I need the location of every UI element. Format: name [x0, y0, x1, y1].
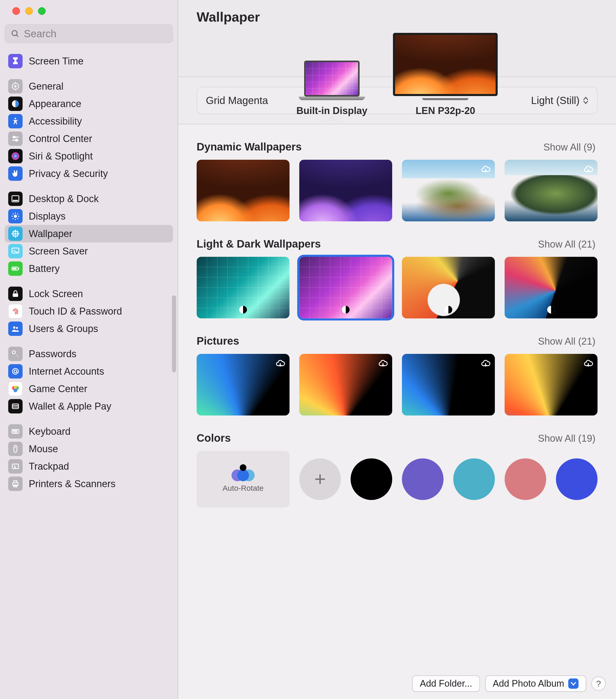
wallpaper-thumb[interactable]: [197, 160, 290, 221]
sidebar-scrollbar[interactable]: [172, 295, 176, 372]
external-display[interactable]: LEN P32p-20: [393, 33, 498, 116]
sidebar-item-label: Trackpad: [29, 461, 69, 472]
wallpaper-thumb[interactable]: [402, 160, 495, 221]
svg-line-1: [16, 35, 18, 37]
sidebar-item-label: Passwords: [29, 348, 77, 359]
auto-rotate-tile[interactable]: Auto-Rotate: [197, 451, 290, 507]
svg-point-29: [16, 235, 19, 237]
monitor-icon: [393, 33, 498, 100]
svg-rect-32: [18, 268, 19, 269]
add-folder-button[interactable]: Add Folder...: [412, 675, 480, 692]
sidebar-item-label: Control Center: [29, 133, 92, 144]
sidebar-item-label: Displays: [29, 211, 66, 222]
section-dynamic: Dynamic Wallpapers Show All (9): [197, 141, 598, 221]
sidebar-item-passwords[interactable]: Passwords: [5, 345, 173, 362]
svg-point-42: [14, 386, 17, 389]
section-colors-show-all[interactable]: Show All (19): [538, 433, 595, 444]
sidebar-item-trackpad[interactable]: Trackpad: [5, 458, 173, 475]
svg-point-4: [15, 118, 16, 119]
sidebar-item-internet-accounts[interactable]: Internet Accounts: [5, 362, 173, 380]
builtin-display[interactable]: Built-in Display: [296, 61, 367, 116]
wallpaper-thumb[interactable]: [402, 257, 495, 318]
sidebar-item-desktop-dock[interactable]: Desktop & Dock: [5, 190, 173, 208]
section-dynamic-show-all[interactable]: Show All (9): [544, 142, 595, 153]
add-color-button[interactable]: [299, 458, 341, 500]
wallpaper-thumb[interactable]: [299, 354, 392, 416]
sidebar-item-label: Game Center: [29, 383, 87, 394]
sidebar-item-label: Screen Saver: [29, 246, 88, 257]
sidebar-item-label: Appearance: [29, 98, 81, 109]
wallpaper-thumb[interactable]: [197, 257, 290, 318]
wallpaper-thumb[interactable]: [505, 257, 598, 318]
svg-point-50: [15, 431, 16, 431]
help-icon: ?: [596, 679, 601, 689]
svg-point-55: [15, 467, 15, 468]
wallpaper-content: Dynamic Wallpapers Show All (9) Light & …: [178, 124, 616, 699]
sidebar-item-wallpaper[interactable]: Wallpaper: [5, 225, 173, 242]
current-wallpaper-name: Grid Magenta: [206, 95, 268, 106]
appearance-mode-label: Light (Still): [531, 95, 579, 106]
gamecenter-icon: [8, 382, 23, 396]
svg-rect-57: [14, 481, 17, 483]
sidebar-nav: Screen TimeGeneralAppearanceAccessibilit…: [0, 52, 178, 531]
color-swatch[interactable]: [351, 458, 392, 500]
window-close-button[interactable]: [12, 7, 20, 15]
wallpaper-thumb[interactable]: [505, 160, 598, 221]
sidebar-item-wallet-applepay[interactable]: Wallet & Apple Pay: [5, 397, 173, 415]
sidebar-item-accessibility[interactable]: Accessibility: [5, 113, 173, 130]
accessibility-icon: [8, 114, 23, 128]
wallpaper-thumb[interactable]: [505, 354, 598, 416]
window-fullscreen-button[interactable]: [38, 7, 46, 15]
sidebar-item-general[interactable]: General: [5, 78, 173, 95]
key-icon: [8, 347, 23, 361]
sidebar-item-keyboard[interactable]: Keyboard: [5, 423, 173, 440]
search-input[interactable]: [24, 28, 167, 40]
wallpaper-thumb[interactable]: [197, 354, 290, 416]
battery-icon: [8, 261, 23, 276]
sidebar-item-label: Touch ID & Password: [29, 306, 122, 317]
svg-point-41: [14, 388, 17, 392]
sidebar-item-printers-scanners[interactable]: Printers & Scanners: [5, 475, 173, 492]
updown-stepper-icon: [583, 97, 588, 104]
color-swatch[interactable]: [556, 458, 598, 500]
section-pictures-show-all[interactable]: Show All (21): [538, 336, 595, 347]
color-swatch[interactable]: [402, 458, 443, 500]
appearance-mode-select[interactable]: Light (Still): [531, 95, 588, 106]
sidebar-item-displays[interactable]: Displays: [5, 208, 173, 225]
sidebar-item-control-center[interactable]: Control Center: [5, 130, 173, 147]
section-lightdark-show-all[interactable]: Show All (21): [538, 239, 595, 250]
color-swatch[interactable]: [453, 458, 495, 500]
wallpaper-thumb[interactable]: [402, 354, 495, 416]
main: Wallpaper Built-in Display LEN P32p-20: [178, 0, 616, 699]
sidebar-item-lock-screen[interactable]: Lock Screen: [5, 285, 173, 303]
sidebar-item-game-center[interactable]: Game Center: [5, 380, 173, 397]
sidebar-item-siri-spotlight[interactable]: Siri & Spotlight: [5, 147, 173, 165]
page-title: Wallpaper: [197, 9, 598, 25]
wallpaper-thumb[interactable]: [299, 257, 392, 318]
svg-line-20: [17, 213, 18, 214]
fingerprint-icon: [8, 304, 23, 318]
sidebar-item-battery[interactable]: Battery: [5, 260, 173, 277]
appearance-icon: [443, 304, 454, 315]
help-button[interactable]: ?: [591, 676, 606, 691]
sidebar-item-screen-time[interactable]: Screen Time: [5, 52, 173, 70]
sidebar-item-users-groups[interactable]: Users & Groups: [5, 320, 173, 338]
search-field[interactable]: [5, 24, 173, 43]
sidebar-item-appearance[interactable]: Appearance: [5, 95, 173, 113]
color-swatch[interactable]: [505, 458, 546, 500]
window-minimize-button[interactable]: [25, 7, 33, 15]
add-photo-album-button[interactable]: Add Photo Album: [485, 675, 586, 692]
sidebar-item-label: Privacy & Security: [29, 168, 108, 179]
sidebar-item-label: Battery: [29, 263, 59, 274]
svg-point-8: [16, 139, 17, 141]
sidebar-item-screen-saver[interactable]: Screen Saver: [5, 242, 173, 260]
sidebar-item-mouse[interactable]: Mouse: [5, 440, 173, 458]
sidebar-item-label: Siri & Spotlight: [29, 151, 93, 162]
wallpaper-thumb[interactable]: [299, 160, 392, 221]
sidebar: Screen TimeGeneralAppearanceAccessibilit…: [0, 0, 178, 699]
sidebar-item-privacy-security[interactable]: Privacy & Security: [5, 165, 173, 182]
sidebar-item-touch-id[interactable]: Touch ID & Password: [5, 303, 173, 320]
sidebar-item-label: Screen Time: [29, 56, 83, 67]
svg-point-26: [12, 230, 15, 233]
auto-rotate-label: Auto-Rotate: [223, 484, 264, 492]
